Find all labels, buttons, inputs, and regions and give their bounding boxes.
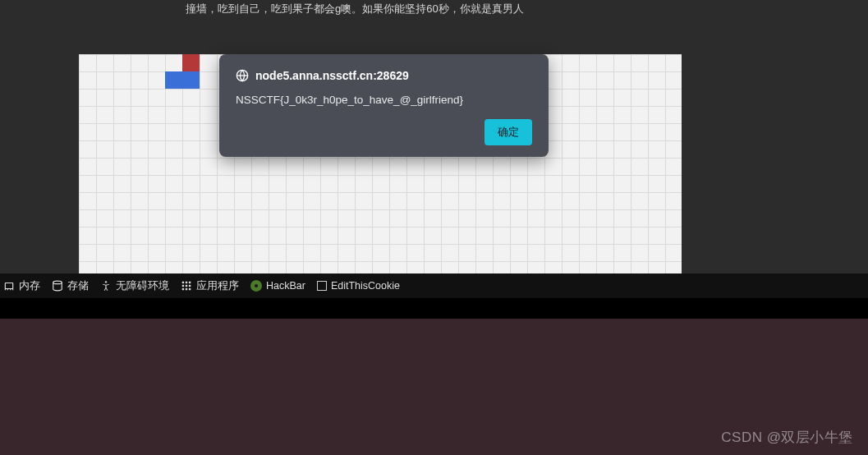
svg-point-8 <box>105 281 107 283</box>
svg-rect-13 <box>186 285 187 287</box>
svg-rect-2 <box>5 283 12 289</box>
dialog-host: node5.anna.nssctf.cn:28629 <box>255 69 409 82</box>
hackbar-icon <box>250 280 262 292</box>
tab-storage-label: 存储 <box>67 279 89 293</box>
svg-point-18 <box>255 284 258 287</box>
tab-editthiscookie[interactable]: EditThisCookie <box>317 280 400 292</box>
snake-head <box>182 54 200 71</box>
svg-rect-12 <box>182 285 184 287</box>
globe-icon <box>236 69 249 82</box>
svg-rect-11 <box>189 282 191 283</box>
svg-rect-15 <box>182 288 184 290</box>
tab-apps[interactable]: 应用程序 <box>181 279 239 293</box>
snake-body <box>182 71 200 89</box>
instruction-text: 撞墙，吃到自己，吃到果子都会g噢。如果你能坚持60秒，你就是真男人 <box>186 2 524 16</box>
devtools-panel <box>0 298 868 319</box>
snake-body <box>165 71 182 89</box>
svg-rect-9 <box>182 282 184 283</box>
tab-memory[interactable]: 内存 <box>3 279 40 293</box>
checkbox-icon <box>317 281 327 291</box>
storage-icon <box>52 280 63 292</box>
tab-accessibility[interactable]: 无障碍环境 <box>100 279 169 293</box>
svg-point-7 <box>53 281 62 284</box>
alert-dialog: node5.anna.nssctf.cn:28629 NSSCTF{J_0k3r… <box>219 54 549 157</box>
bottom-panel: CSDN @双层小牛堡 <box>0 319 868 455</box>
svg-rect-17 <box>189 288 191 290</box>
tab-accessibility-label: 无障碍环境 <box>116 279 169 293</box>
tab-storage[interactable]: 存储 <box>52 279 89 293</box>
tab-apps-label: 应用程序 <box>196 279 239 293</box>
ok-button[interactable]: 确定 <box>485 119 532 145</box>
devtools-toolbar: 内存 存储 无障碍环境 应用程序 HackBar EditThisCookie <box>0 273 868 298</box>
memory-icon <box>3 280 15 292</box>
tab-editthiscookie-label: EditThisCookie <box>331 280 400 292</box>
apps-icon <box>181 280 192 292</box>
accessibility-icon <box>100 280 112 292</box>
svg-rect-16 <box>186 288 187 290</box>
dialog-message: NSSCTF{J_0k3r_h0pe_to_have_@_girlfriend} <box>236 94 532 106</box>
watermark: CSDN @双层小牛堡 <box>721 428 853 447</box>
svg-rect-10 <box>186 282 187 283</box>
svg-rect-14 <box>189 285 191 287</box>
tab-hackbar[interactable]: HackBar <box>250 280 305 292</box>
tab-hackbar-label: HackBar <box>266 280 305 292</box>
tab-memory-label: 内存 <box>19 279 40 293</box>
